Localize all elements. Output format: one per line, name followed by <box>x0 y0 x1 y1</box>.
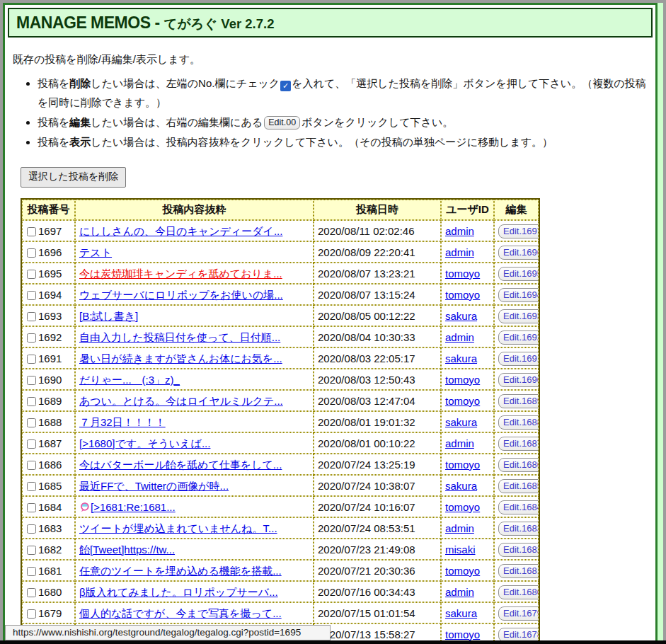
edit-button[interactable]: Edit.1687 <box>498 437 539 451</box>
row-select-checkbox[interactable] <box>27 609 36 619</box>
row-select-checkbox[interactable] <box>27 461 36 470</box>
row-select-checkbox[interactable] <box>27 546 36 555</box>
post-excerpt-cell: 飴[Tweet]https://tw... <box>75 539 314 560</box>
edit-button[interactable]: Edit.1688 <box>498 415 539 430</box>
post-excerpt-link[interactable]: [>1680]です。そういえば... <box>79 437 210 449</box>
row-select-checkbox[interactable] <box>27 524 36 534</box>
post-excerpt-cell: 任意のツイートを埋め込める機能を搭載... <box>75 560 314 581</box>
edit-button[interactable]: Edit.1689 <box>498 394 539 408</box>
edit-cell: Edit.1692 <box>494 326 539 347</box>
post-excerpt-link[interactable]: だりゃー... (:3」z)_ <box>79 374 180 386</box>
post-excerpt-link[interactable]: ウェブサーバにロリポップをお使いの場... <box>79 289 283 301</box>
post-excerpt-cell: ツイートが埋め込まれていませんね。T... <box>75 517 314 539</box>
edit-cell: Edit.1695 <box>494 263 539 284</box>
row-select-checkbox[interactable] <box>27 333 36 343</box>
post-excerpt-link[interactable]: テスト <box>79 246 112 258</box>
post-excerpt-link[interactable]: 飴[Tweet]https://tw... <box>79 544 175 556</box>
row-select-checkbox[interactable] <box>27 418 36 427</box>
row-select-checkbox[interactable] <box>27 588 36 597</box>
page-frame: MANAGE MEMOS - てがろぐ Ver 2.7.2 既存の投稿を削除/再… <box>3 3 658 644</box>
user-id-link[interactable]: tomoyo <box>445 459 480 471</box>
row-select-checkbox[interactable] <box>27 312 36 321</box>
row-select-checkbox[interactable] <box>27 376 36 385</box>
edit-button[interactable]: Edit.1692 <box>498 330 539 345</box>
post-excerpt-link[interactable]: ツイートが埋め込まれていませんね。T... <box>79 522 277 534</box>
user-id-link[interactable]: tomoyo <box>445 289 480 301</box>
edit-button[interactable]: Edit.1685 <box>498 479 539 493</box>
row-select-checkbox[interactable] <box>27 270 36 279</box>
user-id-link[interactable]: admin <box>445 586 474 598</box>
lollipop-emoji <box>79 502 90 512</box>
post-excerpt-link[interactable]: 今はバターボール飴を舐めて仕事をして... <box>79 459 282 471</box>
user-id-link[interactable]: admin <box>445 522 474 534</box>
user-id-link[interactable]: tomoyo <box>445 268 480 280</box>
post-excerpt-link[interactable]: 今は炭焼珈琲キャンディを舐めておりま... <box>79 268 282 280</box>
user-id-link[interactable]: tomoyo <box>445 628 480 640</box>
post-excerpt-link[interactable]: 自由入力した投稿日付を使って、日付順... <box>79 331 280 343</box>
row-select-checkbox[interactable] <box>27 503 36 512</box>
user-id-link[interactable]: tomoyo <box>445 395 480 407</box>
post-datetime: 2020/08/05 00:12:22 <box>314 305 441 326</box>
table-row: 1687[>1680]です。そういえば...2020/08/01 00:10:2… <box>22 432 539 454</box>
post-number: 1684 <box>38 501 62 513</box>
edit-button[interactable]: Edit.1683 <box>498 522 539 536</box>
edit-button[interactable]: Edit.1681 <box>498 564 539 578</box>
row-select-checkbox[interactable] <box>27 355 36 364</box>
edit-button[interactable]: Edit.1693 <box>498 309 539 323</box>
edit-button[interactable]: Edit.1680 <box>498 585 539 599</box>
edit-button[interactable]: Edit.1696 <box>498 246 539 260</box>
table-row: 1683ツイートが埋め込まれていませんね。T...2020/07/24 08:5… <box>22 517 539 539</box>
post-excerpt-link[interactable]: にししさんの、今日のキャンディーダイ... <box>79 225 282 237</box>
row-select-checkbox[interactable] <box>27 567 36 576</box>
edit-button[interactable]: Edit.1690 <box>498 373 539 387</box>
row-select-checkbox[interactable] <box>27 439 36 449</box>
user-id-link[interactable]: tomoyo <box>445 565 480 577</box>
user-id-link[interactable]: tomoyo <box>445 501 480 513</box>
edit-button[interactable]: Edit.1694 <box>498 288 539 302</box>
post-excerpt-link[interactable]: 最近FFで、Twitterの画像が時... <box>79 480 229 492</box>
user-id-link[interactable]: tomoyo <box>445 374 480 386</box>
user-id-link[interactable]: sakura <box>445 352 477 364</box>
post-number-cell: 1694 <box>22 284 75 305</box>
page-title-main: MANAGE MEMOS - <box>16 13 160 32</box>
post-excerpt-link[interactable]: 個人的な話ですが、今まで写真を撮って... <box>79 607 282 619</box>
user-id-link[interactable]: admin <box>445 225 474 237</box>
user-id-link[interactable]: sakura <box>445 416 477 428</box>
table-row: 1694ウェブサーバにロリポップをお使いの場...2020/08/07 13:1… <box>22 284 539 305</box>
edit-button[interactable]: Edit.1695 <box>498 267 539 281</box>
user-id-link[interactable]: sakura <box>445 607 477 619</box>
post-excerpt-link[interactable]: 任意のツイートを埋め込める機能を搭載... <box>79 565 282 577</box>
table-header-row: 投稿番号 投稿内容抜粋 投稿日時 ユーザID 編集 <box>22 200 539 220</box>
edit-button[interactable]: Edit.1684 <box>498 500 539 514</box>
row-select-checkbox[interactable] <box>27 248 36 258</box>
row-select-checkbox[interactable] <box>27 482 36 491</box>
row-select-checkbox[interactable] <box>27 227 36 236</box>
post-excerpt-link[interactable]: [>1681:Re:1681... <box>79 501 176 513</box>
post-excerpt-link[interactable]: あつい。とける。今はロイヤルミルクテ... <box>79 395 283 407</box>
post-number: 1688 <box>38 416 62 428</box>
post-excerpt-link[interactable]: [B:試し書き] <box>79 310 138 322</box>
post-excerpt-link[interactable]: β版入れてみました。ロリポップサーバ... <box>79 586 278 598</box>
user-id-link[interactable]: sakura <box>445 310 477 322</box>
row-select-checkbox[interactable] <box>27 291 36 300</box>
user-id-link[interactable]: admin <box>445 437 474 449</box>
user-id-link[interactable]: sakura <box>445 480 477 492</box>
post-excerpt-link[interactable]: 暑い日が続きますが皆さんお体にお気を... <box>79 352 282 364</box>
edit-button[interactable]: Edit.1682 <box>498 543 539 557</box>
row-select-checkbox[interactable] <box>27 397 36 406</box>
user-id-link[interactable]: admin <box>445 331 474 343</box>
post-excerpt-cell: 今は炭焼珈琲キャンディを舐めておりま... <box>75 263 314 284</box>
edit-button[interactable]: Edit.1679 <box>498 606 539 621</box>
edit-button[interactable]: Edit.1691 <box>498 352 539 366</box>
table-row: 1680β版入れてみました。ロリポップサーバ...2020/07/16 00:3… <box>22 581 539 602</box>
post-excerpt-link[interactable]: ７月32日！！！！ <box>79 416 166 428</box>
edit-button[interactable]: Edit.1686 <box>498 458 539 472</box>
user-id-cell: admin <box>441 326 494 347</box>
instruction-text: 投稿を <box>38 136 69 148</box>
edit-button[interactable]: Edit.1697 <box>498 224 539 238</box>
delete-selected-button[interactable]: 選択した投稿を削除 <box>21 167 126 188</box>
browser-window: MANAGE MEMOS - てがろぐ Ver 2.7.2 既存の投稿を削除/再… <box>0 0 666 644</box>
user-id-link[interactable]: admin <box>445 246 474 258</box>
column-header-excerpt: 投稿内容抜粋 <box>75 200 314 220</box>
user-id-link[interactable]: misaki <box>445 544 476 556</box>
